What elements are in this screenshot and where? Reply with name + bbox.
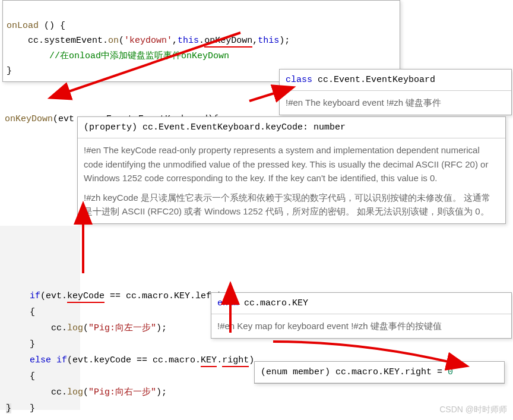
onload-fn: onLoad bbox=[7, 21, 39, 31]
tooltip-enum-key: enum cc.macro.KEY !#en Key map for keybo… bbox=[211, 292, 512, 339]
key-enum-ref: KEY bbox=[201, 355, 217, 367]
tooltip-keycode-en: !#en The keyCode read-only property repr… bbox=[84, 143, 499, 185]
key-right-ref: right bbox=[222, 355, 249, 367]
tooltip-class-eventkeyboard: class cc.Event.EventKeyboard !#en The ke… bbox=[279, 69, 512, 115]
keycode-prop: keyCode bbox=[67, 291, 104, 303]
comment-line: //在onload中添加键盘监听事件onKeyDown bbox=[7, 51, 229, 61]
tooltip-keycode: (property) cc.Event.EventKeyboard.keyCod… bbox=[77, 116, 506, 224]
tooltip-keycode-zh: !#zh keyCode 是只读属性它表示一个系统和依赖于实现的数字代码，可以识… bbox=[84, 191, 499, 219]
closing-brace: } bbox=[6, 400, 11, 416]
tooltip-enum-member: (enum member) cc.macro.KEY.right = 0 bbox=[254, 361, 505, 384]
watermark: CSDN @时时师师 bbox=[439, 405, 507, 415]
onkeydown-ref: onKeyDown bbox=[204, 36, 252, 48]
